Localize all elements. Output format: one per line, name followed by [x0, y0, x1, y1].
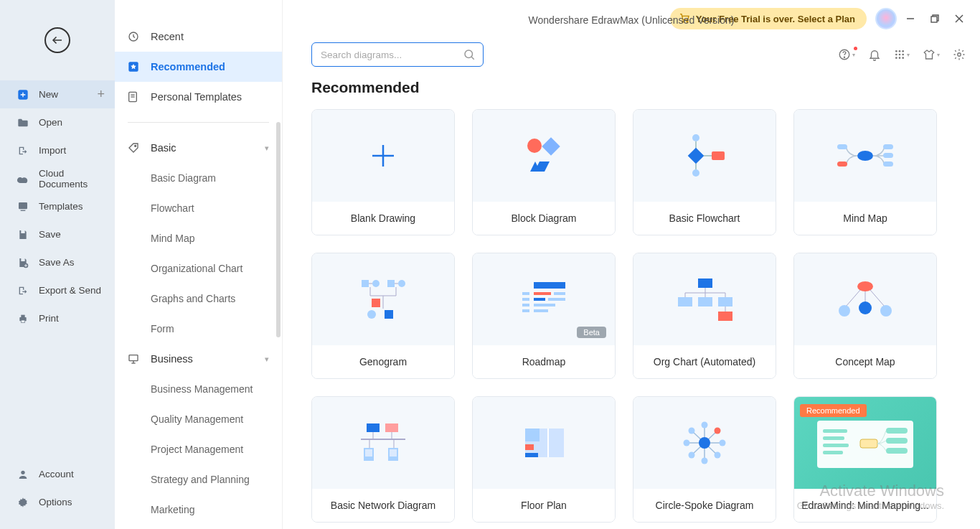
nav-open[interactable]: Open — [0, 108, 115, 136]
svg-point-128 — [702, 458, 708, 464]
sub-biz-mgmt[interactable]: Business Management — [115, 374, 282, 404]
svg-rect-75 — [534, 292, 551, 295]
nav-account[interactable]: Account — [0, 460, 115, 488]
card-org-chart[interactable]: Org Chart (Automated) — [633, 253, 776, 379]
svg-rect-8 — [21, 314, 24, 317]
genogram-icon — [354, 274, 412, 324]
card-mind-map[interactable]: Mind Map — [793, 109, 937, 235]
primary-nav: New + Open Import Cloud Documents Templa… — [0, 80, 115, 460]
svg-point-31 — [895, 50, 897, 52]
card-network[interactable]: Basic Network Diagram — [311, 396, 455, 523]
nav-label: Import — [39, 145, 66, 156]
card-block-diagram[interactable]: Block Diagram — [472, 109, 616, 235]
search-input[interactable] — [321, 50, 463, 60]
card-basic-flowchart[interactable]: Basic Flowchart — [633, 109, 776, 235]
plus-icon: + — [97, 87, 105, 102]
primary-sidebar: New + Open Import Cloud Documents Templa… — [0, 0, 115, 529]
sub-mind-map[interactable]: Mind Map — [115, 223, 282, 253]
nav-options[interactable]: Options — [0, 488, 115, 516]
svg-point-132 — [715, 428, 721, 434]
nav-cloud[interactable]: Cloud Documents — [0, 164, 115, 192]
svg-point-54 — [857, 151, 873, 161]
svg-rect-138 — [823, 444, 849, 447]
svg-point-36 — [902, 54, 904, 56]
nav-label: Cloud Documents — [39, 168, 105, 189]
svg-point-53 — [692, 169, 699, 177]
group-basic[interactable]: Basic ▾ — [115, 133, 282, 163]
group-business[interactable]: Business ▾ — [115, 344, 282, 374]
card-label: Genogram — [312, 345, 454, 378]
sub-org-chart[interactable]: Organizational Chart — [115, 253, 282, 284]
svg-rect-24 — [931, 17, 937, 22]
export-icon — [17, 285, 29, 296]
clock-icon — [128, 31, 141, 42]
chevron-down-icon: ▾ — [937, 52, 940, 58]
scrollbar[interactable] — [276, 122, 281, 337]
close-button[interactable] — [948, 8, 970, 29]
sub-graphs[interactable]: Graphs and Charts — [115, 284, 282, 314]
chevron-down-icon: ▾ — [265, 355, 269, 364]
card-concept-map[interactable]: Concept Map — [793, 253, 937, 379]
nav-save[interactable]: Save — [0, 220, 115, 248]
theme-button[interactable]: ▾ — [923, 48, 940, 61]
svg-point-30 — [844, 57, 844, 57]
sub-project[interactable]: Project Management — [115, 434, 282, 464]
card-genogram[interactable]: Genogram — [311, 253, 455, 379]
bell-button[interactable] — [868, 48, 881, 61]
nav-export[interactable]: Export & Send — [0, 276, 115, 304]
svg-rect-114 — [525, 429, 540, 441]
search-box[interactable] — [311, 42, 484, 67]
apps-button[interactable]: ▾ — [894, 49, 910, 60]
divider — [128, 122, 269, 123]
thumb — [312, 397, 454, 489]
group-label: Business — [151, 353, 193, 365]
svg-point-133 — [689, 452, 695, 459]
svg-rect-102 — [367, 423, 380, 432]
svg-rect-4 — [21, 230, 24, 233]
minimize-button[interactable] — [900, 8, 921, 29]
nav-templates[interactable]: Templates — [0, 192, 115, 220]
sub-form[interactable]: Form — [115, 314, 282, 344]
svg-rect-112 — [390, 449, 397, 457]
avatar[interactable] — [875, 8, 897, 29]
nav-import[interactable]: Import — [0, 136, 115, 164]
sub-quality[interactable]: Quality Management — [115, 404, 282, 434]
cat-recommended[interactable]: Recommended — [115, 52, 282, 82]
back-button[interactable] — [44, 27, 70, 53]
gear-icon — [953, 48, 966, 61]
maximize-button[interactable] — [924, 8, 946, 29]
cat-label: Personal Templates — [151, 91, 242, 103]
cat-recent[interactable]: Recent — [115, 22, 282, 52]
nav-new[interactable]: New + — [0, 80, 115, 108]
save-as-icon — [17, 257, 29, 268]
svg-point-129 — [684, 440, 690, 446]
svg-rect-91 — [698, 297, 712, 306]
sub-marketing[interactable]: Marketing — [115, 495, 282, 525]
svg-rect-72 — [385, 310, 393, 319]
svg-point-39 — [902, 57, 904, 59]
flowchart-icon — [676, 131, 733, 181]
svg-rect-60 — [362, 280, 369, 287]
settings-button[interactable] — [953, 48, 966, 61]
card-edrawmind[interactable]: Recommended EdrawMind: Mind Map — [793, 396, 937, 523]
help-button[interactable]: ▾ — [838, 48, 855, 61]
sub-flowchart[interactable]: Flowchart — [115, 193, 282, 223]
notification-dot — [854, 47, 857, 50]
nav-label: New — [39, 89, 58, 100]
cat-personal[interactable]: Personal Templates — [115, 82, 282, 112]
card-circle-spoke[interactable]: Circle-Spoke Diagram — [633, 396, 776, 523]
primary-nav-bottom: Account Options — [0, 460, 115, 529]
nav-save-as[interactable]: Save As — [0, 248, 115, 276]
card-blank-drawing[interactable]: Blank Drawing — [311, 109, 455, 235]
nav-print[interactable]: Print — [0, 304, 115, 332]
presentation-icon — [128, 353, 141, 365]
svg-point-63 — [398, 280, 405, 287]
card-floor-plan[interactable]: Floor Plan — [472, 396, 616, 523]
svg-rect-56 — [837, 161, 847, 167]
svg-line-97 — [846, 290, 860, 306]
svg-point-37 — [895, 57, 897, 59]
svg-rect-142 — [886, 438, 908, 444]
card-roadmap[interactable]: Beta Roadmap — [472, 253, 616, 379]
sub-basic-diagram[interactable]: Basic Diagram — [115, 163, 282, 193]
sub-strategy[interactable]: Strategy and Planning — [115, 464, 282, 495]
